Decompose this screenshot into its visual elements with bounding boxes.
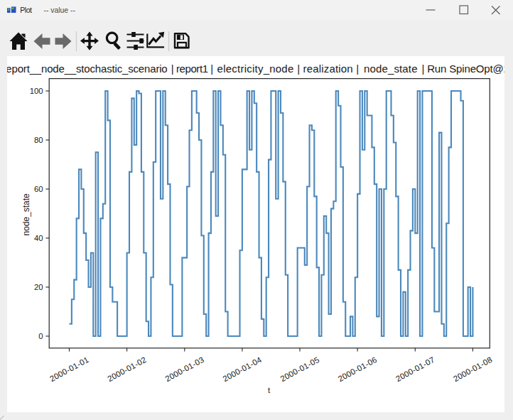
- svg-text:40: 40: [34, 234, 43, 242]
- svg-text:2000-01-04: 2000-01-04: [221, 355, 263, 383]
- svg-text:2000-01-01: 2000-01-01: [48, 355, 90, 383]
- svg-text:20: 20: [34, 283, 43, 291]
- svg-text:2000-01-06: 2000-01-06: [337, 355, 379, 383]
- svg-text:node_state: node_state: [21, 193, 31, 236]
- svg-text:100: 100: [30, 87, 43, 95]
- svg-text:60: 60: [34, 185, 43, 193]
- svg-text:0: 0: [38, 332, 43, 340]
- svg-text:2000-01-05: 2000-01-05: [279, 355, 321, 383]
- svg-text:2000-01-03: 2000-01-03: [163, 355, 205, 383]
- svg-text:t: t: [268, 386, 271, 394]
- svg-text:2000-01-02: 2000-01-02: [106, 355, 148, 383]
- svg-text:2000-01-07: 2000-01-07: [394, 355, 436, 383]
- svg-text:80: 80: [34, 136, 43, 144]
- svg-text:2000-01-08: 2000-01-08: [452, 355, 494, 383]
